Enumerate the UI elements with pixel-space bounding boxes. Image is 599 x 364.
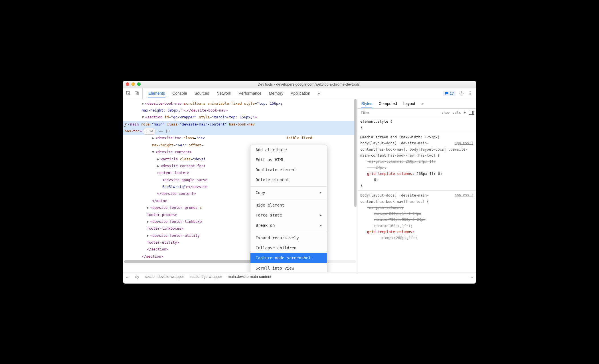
grid-pill[interactable]: grid xyxy=(143,128,156,135)
cls-toggle[interactable]: .cls xyxy=(453,111,461,115)
media-query: @media screen and (max-width: 1252px) xyxy=(360,134,473,140)
breadcrumb-ellipsis-left[interactable]: … xyxy=(126,274,129,279)
dom-node[interactable]: ▶<devsite-book-nav scrollbars animatable… xyxy=(125,100,355,107)
inspect-icon[interactable] xyxy=(126,91,131,96)
errors-badge[interactable]: 17 xyxy=(443,91,456,96)
styles-filter-input[interactable] xyxy=(360,110,439,116)
ctx-copy[interactable]: Copy▶ xyxy=(250,188,327,198)
tab-console[interactable]: Console xyxy=(172,91,187,96)
svg-point-5 xyxy=(470,93,470,94)
tab-application[interactable]: Application xyxy=(290,91,311,96)
ctx-expand-recursively[interactable]: Expand recursively xyxy=(250,233,327,243)
tab-sources[interactable]: Sources xyxy=(194,91,210,96)
css-val: 268px 1fr 0; xyxy=(416,171,442,176)
maximize-window-icon[interactable] xyxy=(137,82,141,86)
new-rule-button[interactable]: + xyxy=(464,111,466,115)
ctx-break-on[interactable]: Break on▶ xyxy=(250,221,327,230)
dom-node[interactable]: ▼<section id="gc-wrapper" style="margin-… xyxy=(125,114,355,121)
css-prop: grid-template-columns xyxy=(367,171,412,176)
styles-panel: Styles Computed Layout » :hov .cls + ele… xyxy=(357,99,476,272)
breadcrumb-item[interactable]: dy xyxy=(135,274,139,279)
breadcrumb-item[interactable]: section.devsite-wrapper xyxy=(145,274,184,279)
styles-tab-computed[interactable]: Computed xyxy=(379,101,397,106)
styles-tabs: Styles Computed Layout » xyxy=(357,99,476,109)
tab-elements[interactable]: Elements xyxy=(148,91,165,98)
tabs-overflow[interactable]: » xyxy=(317,91,321,96)
ctx-add-attribute[interactable]: Add attribute xyxy=(250,145,327,155)
dom-node-cont[interactable]: max-height: 695px;">…</devsite-book-nav> xyxy=(125,107,355,114)
devtools-toolbar: Elements Console Sources Network Perform… xyxy=(123,88,476,99)
styles-rules[interactable]: element.style { } @media screen and (max… xyxy=(357,117,476,272)
computed-toggle-icon[interactable] xyxy=(469,111,474,115)
errors-count: 17 xyxy=(450,91,454,96)
hov-toggle[interactable]: :hov xyxy=(442,111,450,115)
ctx-duplicate-element[interactable]: Duplicate element xyxy=(250,165,327,175)
ctx-edit-as-html[interactable]: Edit as HTML xyxy=(250,155,327,165)
breadcrumb-item-current[interactable]: main.devsite-main-content xyxy=(228,274,271,279)
svg-point-3 xyxy=(461,93,462,94)
struck-decl: -ms-grid-columns: xyxy=(367,205,404,210)
breadcrumb-bar: … dy section.devsite-wrapper section#gc-… xyxy=(123,272,476,281)
tab-memory[interactable]: Memory xyxy=(268,91,284,96)
device-toggle-icon[interactable] xyxy=(134,91,139,96)
ctx-capture-node-screenshot[interactable]: Capture node screenshot xyxy=(250,253,327,263)
styles-tabs-overflow[interactable]: » xyxy=(422,101,424,106)
settings-icon[interactable] xyxy=(459,91,464,96)
svg-rect-1 xyxy=(135,92,137,95)
message-icon xyxy=(445,91,449,95)
rule-selector: body[layout=docs] .devsite-main-content[… xyxy=(360,193,429,203)
dom-node-selected-cont[interactable]: has-toc>grid == $0 xyxy=(123,128,355,135)
minimize-window-icon[interactable] xyxy=(131,82,135,86)
context-menu: Add attributeEdit as HTMLDuplicate eleme… xyxy=(250,145,327,272)
rule-source-link[interactable]: app.css:1 xyxy=(455,192,473,198)
elements-panel[interactable]: ⋯ ▶<devsite-book-nav scrollbars animatab… xyxy=(123,99,357,272)
ctx-hide-element[interactable]: Hide element xyxy=(250,200,327,210)
ctx-scroll-into-view[interactable]: Scroll into view xyxy=(250,263,327,272)
css-prop: grid-template-columns: xyxy=(367,230,414,234)
close-window-icon[interactable] xyxy=(126,82,129,86)
dom-node-selected[interactable]: ▼<main role="main" class="devsite-main-c… xyxy=(123,121,355,128)
titlebar: DevTools - developers.google.com/web/too… xyxy=(123,81,476,88)
window-title: DevTools - developers.google.com/web/too… xyxy=(144,82,473,86)
ctx-force-state[interactable]: Force state▶ xyxy=(250,210,327,220)
main-split: ⋯ ▶<devsite-book-nav scrollbars animatab… xyxy=(123,99,476,272)
rule-selector: body[layout=docs] .devsite-main-content[… xyxy=(360,141,468,157)
svg-point-6 xyxy=(470,94,470,95)
breadcrumb-item[interactable]: section#gc-wrapper xyxy=(190,274,222,279)
rule-close: } xyxy=(360,183,473,189)
more-icon[interactable] xyxy=(468,91,473,96)
element-style-open: element.style { xyxy=(360,118,473,124)
tab-network[interactable]: Network xyxy=(216,91,232,96)
ctx-delete-element[interactable]: Delete element xyxy=(250,175,327,185)
vertical-scrollbar[interactable] xyxy=(354,99,357,207)
tab-performance[interactable]: Performance xyxy=(238,91,262,96)
breadcrumb-ellipsis-right[interactable]: … xyxy=(470,274,473,279)
panel-tabs: Elements Console Sources Network Perform… xyxy=(143,88,440,99)
gutter-ellipsis: ⋯ xyxy=(124,122,126,130)
styles-tab-styles[interactable]: Styles xyxy=(361,101,372,108)
styles-tab-layout[interactable]: Layout xyxy=(403,101,415,106)
window-controls xyxy=(126,82,141,86)
dom-node[interactable]: ▶<devsite-toc class="dev isible fixed xyxy=(125,135,355,141)
struck-decl: -ms-grid-columns: 268px 24px 1fr 24px; xyxy=(367,159,436,169)
rule-source-link[interactable]: app.css:1 xyxy=(455,140,473,146)
styles-filter-row: :hov .cls + xyxy=(357,109,476,117)
devtools-window: DevTools - developers.google.com/web/too… xyxy=(123,81,476,284)
ctx-collapse-children[interactable]: Collapse children xyxy=(250,243,327,253)
element-style-close: } xyxy=(360,124,473,130)
svg-point-4 xyxy=(470,92,470,92)
